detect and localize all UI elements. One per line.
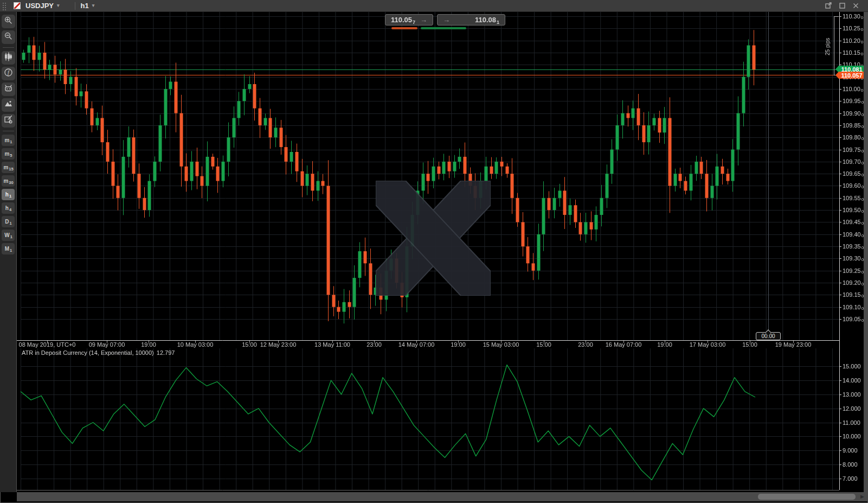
maximize-button[interactable] xyxy=(837,2,847,10)
chart-toolbar: f m1 m5 m15 m30 h1 h4 D1 W1 M1 xyxy=(0,12,17,492)
popout-button[interactable] xyxy=(824,2,833,10)
buy-price: 110.081 xyxy=(475,16,499,24)
zoom-out-button[interactable] xyxy=(2,30,15,44)
symbol-label: USDJPY xyxy=(25,2,54,10)
indicator-title: ATR in Deposit Currency (14, Exponential… xyxy=(22,349,175,356)
broker-x-watermark-logo xyxy=(376,181,491,298)
timeframe-button-m1[interactable]: m1 xyxy=(2,135,15,146)
timeframe-button-w1[interactable]: W1 xyxy=(2,230,15,241)
chart-titlebar: USDJPY ▾ h1 ▾ xyxy=(0,0,868,12)
trading-platform-window: USDJPY ▾ h1 ▾ xyxy=(0,0,868,503)
cbots-button[interactable] xyxy=(2,82,15,96)
crosshair-time-tooltip: 00:00 xyxy=(756,332,781,340)
arrow-right-icon: → xyxy=(443,16,450,24)
timeframe-button-d1[interactable]: D1 xyxy=(2,216,15,227)
chart-type-button[interactable] xyxy=(2,51,15,65)
timeframe-button-mn1[interactable]: M1 xyxy=(2,243,15,254)
svg-text:f: f xyxy=(8,69,10,75)
sell-button[interactable]: 110.057 → xyxy=(385,14,433,26)
pips-ruler-label: 25 pips xyxy=(825,28,831,66)
close-button[interactable] xyxy=(851,2,860,10)
zoom-in-button[interactable] xyxy=(2,15,15,28)
horizontal-scrollbar-thumb[interactable] xyxy=(758,494,856,500)
chart-settings-button[interactable] xyxy=(2,114,15,128)
symbol-selector[interactable]: USDJPY ▾ xyxy=(25,2,60,10)
sell-price-tag: 110.057 xyxy=(835,72,866,79)
snapshot-icon xyxy=(4,99,13,111)
timeframe-button-m30[interactable]: m30 xyxy=(2,175,15,187)
indicators-icon: f xyxy=(4,68,13,79)
timeframe-button-h4[interactable]: h4 xyxy=(2,202,15,214)
arrow-right-icon: → xyxy=(420,16,427,24)
popout-icon xyxy=(825,1,832,11)
horizontal-scrollbar[interactable]: ▶ xyxy=(17,492,868,501)
divider xyxy=(3,47,14,48)
indicators-button[interactable]: f xyxy=(2,67,15,80)
timeframe-selector[interactable]: h1 ▾ xyxy=(81,2,95,10)
maximize-icon xyxy=(839,1,845,11)
timeframe-button-h1[interactable]: h1 xyxy=(2,189,15,200)
chevron-down-icon: ▾ xyxy=(92,3,95,8)
scroll-right-arrow-icon[interactable]: ▶ xyxy=(860,494,864,499)
snapshot-button[interactable] xyxy=(2,98,15,112)
robot-icon xyxy=(4,84,13,95)
buy-button[interactable]: → 110.081 xyxy=(437,14,505,26)
sentiment-buy-bar xyxy=(421,27,466,29)
chart-settings-icon xyxy=(4,115,13,126)
indicator-value: 12.797 xyxy=(157,349,175,356)
timeframe-button-m5[interactable]: m5 xyxy=(2,148,15,160)
sell-price: 110.057 xyxy=(391,16,415,24)
close-icon xyxy=(853,1,859,11)
zoom-in-icon xyxy=(4,16,13,27)
chevron-down-icon: ▾ xyxy=(57,3,60,8)
drag-grip-icon[interactable] xyxy=(2,2,7,10)
zoom-out-icon xyxy=(4,31,13,43)
divider xyxy=(75,2,75,10)
timeframe-button-m15[interactable]: m15 xyxy=(2,162,15,173)
divider xyxy=(3,131,14,131)
timeframe-label: h1 xyxy=(81,2,89,10)
chart-type-candles-icon xyxy=(4,52,13,63)
chart-logo-icon xyxy=(14,2,21,9)
right-edge-scrollbar[interactable] xyxy=(864,12,868,492)
sentiment-sell-bar xyxy=(391,27,417,29)
